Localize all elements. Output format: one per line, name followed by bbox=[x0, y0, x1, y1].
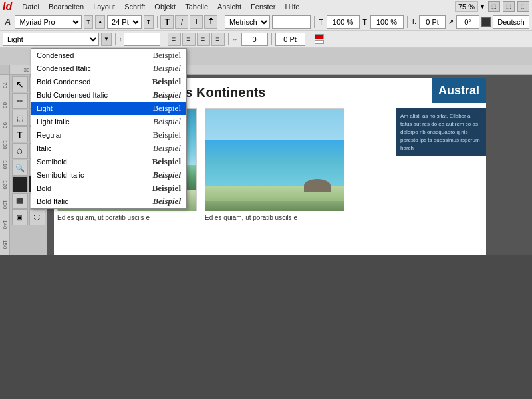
font-size-select[interactable]: 24 Pt bbox=[107, 15, 142, 29]
kerning-group bbox=[275, 33, 305, 46]
font-item-regular[interactable]: Regular Beispiel bbox=[31, 128, 186, 142]
font-item-bold-italic[interactable]: Bold Italic Beispiel bbox=[31, 195, 186, 208]
align-group: ≡ ≡ ≡ ≡ bbox=[168, 33, 225, 46]
menu-objekt[interactable]: Objekt bbox=[150, 1, 180, 12]
tool-text-btn[interactable]: T bbox=[12, 126, 28, 142]
caption-2: Ed es quiam, ut poratib uscils e bbox=[205, 214, 344, 221]
tool-row-9: ▣ ⛶ bbox=[12, 209, 45, 225]
tool-fullscreen-btn[interactable]: ⛶ bbox=[29, 209, 45, 225]
font-style-icon: A bbox=[3, 15, 13, 29]
tracking-input[interactable] bbox=[241, 33, 268, 46]
sky-layer-2 bbox=[205, 109, 344, 140]
pt-value-input[interactable] bbox=[419, 15, 446, 29]
ruler-v-tick-8: 140 bbox=[0, 215, 9, 235]
size-value-input[interactable] bbox=[272, 15, 311, 29]
font-item-italic[interactable]: Italic Beispiel bbox=[31, 142, 186, 155]
font-size-arrow[interactable]: T bbox=[144, 15, 154, 29]
menu-right-controls: 75 % ▼ ⬚ ⬚ ⬚ bbox=[455, 1, 529, 12]
font-up-btn[interactable]: ▲ bbox=[95, 15, 105, 29]
align-justify-btn[interactable]: ≡ bbox=[211, 33, 225, 46]
sep-row2-5 bbox=[309, 33, 309, 45]
tool-fill-btn[interactable] bbox=[12, 176, 28, 192]
sep-row2-4 bbox=[271, 33, 272, 45]
toolbar-row2: Light ▼ ↕ ≡ ≡ ≡ ≡ ↔ bbox=[0, 31, 532, 48]
align-center-btn[interactable]: ≡ bbox=[182, 33, 196, 46]
scale-percent2-input[interactable] bbox=[370, 15, 404, 29]
menu-datei[interactable]: Datei bbox=[17, 1, 44, 12]
text-t4-btn[interactable]: T̈ bbox=[204, 15, 217, 29]
menu-tabelle[interactable]: Tabelle bbox=[180, 1, 213, 12]
app-logo: Id bbox=[3, 1, 12, 13]
zoom-arrow[interactable]: ▼ bbox=[479, 3, 485, 10]
tool-mode1-btn[interactable]: ⬛ bbox=[12, 193, 28, 209]
australia-label: Austral bbox=[432, 78, 486, 103]
rock-shape bbox=[304, 179, 331, 192]
font-item-light-italic[interactable]: Light Italic Beispiel bbox=[31, 115, 186, 128]
separator-2 bbox=[221, 16, 221, 28]
language-input[interactable] bbox=[493, 15, 529, 29]
image-placeholder-2 bbox=[205, 108, 344, 211]
sep-row2-1 bbox=[115, 33, 116, 45]
sep-row2-2 bbox=[164, 33, 164, 45]
menu-fenster[interactable]: Fenster bbox=[246, 1, 280, 12]
ruler-v-tick-6: 120 bbox=[0, 175, 9, 195]
zoom-value: 75 % bbox=[455, 1, 478, 12]
tool-zoom-btn[interactable]: 🔍 bbox=[12, 160, 28, 176]
font-dropdown-panel: Condensed Beispiel Condensed Italic Beis… bbox=[31, 48, 187, 209]
window-btn-1[interactable]: ⬚ bbox=[488, 1, 500, 12]
style-arrow-btn[interactable]: ▼ bbox=[101, 33, 112, 46]
toolbar-row1: A Myriad Pro T ▲ 24 Pt T T T T T̈ Metris… bbox=[0, 13, 532, 31]
size-row2-icon: ↕ bbox=[119, 36, 122, 43]
text-t2-btn[interactable]: T bbox=[175, 15, 188, 29]
window-btn-2[interactable]: ⬚ bbox=[503, 1, 515, 12]
font-item-condensed[interactable]: Condensed Beispiel bbox=[31, 49, 186, 62]
ruler-corner bbox=[0, 65, 10, 75]
size-row2-input[interactable] bbox=[124, 33, 160, 46]
text-block: Am alist, as no sitat. Ellabor a tatus a… bbox=[396, 108, 486, 156]
tool-pen-btn[interactable]: ✏ bbox=[12, 93, 28, 109]
font-name-select[interactable]: Myriad Pro bbox=[15, 15, 81, 29]
font-item-light[interactable]: Light Beispiel bbox=[31, 102, 186, 115]
size-row2-group: ↕ bbox=[119, 33, 160, 46]
angle-input[interactable] bbox=[456, 15, 479, 29]
angle-icon: ↗ bbox=[448, 15, 454, 29]
tool-rect-btn[interactable]: ⬚ bbox=[12, 110, 28, 126]
window-btn-3[interactable]: ⬚ bbox=[517, 1, 529, 12]
text-t3-btn[interactable]: T bbox=[190, 15, 203, 29]
menu-schrift[interactable]: Schrift bbox=[120, 1, 150, 12]
image-box-2: Ed es quiam, ut poratib uscils e bbox=[205, 108, 344, 221]
tool-grad-btn[interactable]: ⬡ bbox=[12, 143, 28, 159]
separator-3 bbox=[314, 16, 315, 28]
font-style-dropdown[interactable]: Light bbox=[3, 33, 99, 46]
caption-1: Ed es quiam, ut poratib uscils e bbox=[57, 214, 197, 221]
align-left-btn[interactable]: ≡ bbox=[168, 33, 181, 46]
font-item-semibold-italic[interactable]: Semibold Italic Beispiel bbox=[31, 168, 186, 182]
menu-bearbeiten[interactable]: Bearbeiten bbox=[44, 1, 88, 12]
separator-4 bbox=[407, 16, 408, 28]
font-item-bold-condensed-italic[interactable]: Bold Condensed Italic Beispiel bbox=[31, 88, 186, 102]
font-item-bold-condensed[interactable]: Bold Condensed Beispiel bbox=[31, 75, 186, 88]
menu-hilfe[interactable]: Hilfe bbox=[280, 1, 304, 12]
font-item-condensed-italic[interactable]: Condensed Italic Beispiel bbox=[31, 62, 186, 75]
kerning-input[interactable] bbox=[275, 33, 305, 46]
sea-layer-2 bbox=[205, 140, 344, 186]
ruler-v-tick-7: 130 bbox=[0, 195, 9, 215]
tool-preview-btn[interactable]: ▣ bbox=[12, 209, 28, 225]
ruler-v-tick-5: 110 bbox=[0, 155, 9, 175]
tool-select-btn[interactable]: ↖ bbox=[12, 76, 28, 92]
menu-layout[interactable]: Layout bbox=[88, 1, 120, 12]
ruler-v-tick-2: 80 bbox=[0, 95, 9, 115]
land-layer-2 bbox=[205, 201, 344, 211]
menu-ansicht[interactable]: Ansicht bbox=[213, 1, 246, 12]
metric-select[interactable]: Metrisch bbox=[225, 15, 270, 29]
text-t1-btn[interactable]: T bbox=[160, 15, 174, 29]
sep-row2-3 bbox=[228, 33, 229, 45]
color-swatch-btn[interactable] bbox=[481, 15, 491, 29]
align-right-btn[interactable]: ≡ bbox=[197, 33, 210, 46]
font-item-semibold[interactable]: Semibold Beispiel bbox=[31, 155, 186, 168]
color-fill-btn[interactable] bbox=[313, 33, 326, 46]
font-name-arrow[interactable]: T bbox=[84, 15, 94, 29]
font-item-bold[interactable]: Bold Beispiel bbox=[31, 182, 186, 195]
spacing-icon: ↔ bbox=[232, 36, 240, 43]
scale-percent1-input[interactable] bbox=[327, 15, 360, 29]
